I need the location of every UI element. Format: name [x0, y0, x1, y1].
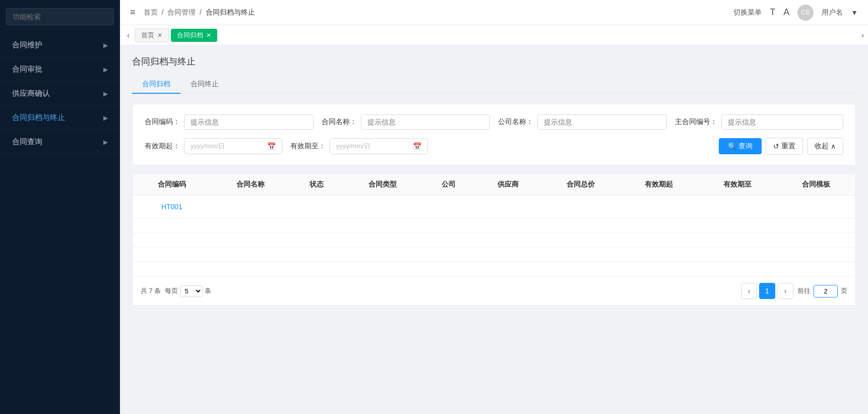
form-item-date-to: 有效期至： yyyy/mm/日 📅: [290, 138, 428, 154]
table-cell: [343, 248, 422, 262]
tab-home-label: 首页: [141, 31, 154, 40]
table-cell: [211, 262, 290, 277]
table-cell: [290, 248, 343, 262]
topbar-left: ≡ 首页 / 合同管理 / 合同归档与终止: [130, 7, 733, 18]
collapse-button[interactable]: 收起 ∧: [807, 138, 843, 155]
col-header-company: 公司: [422, 174, 475, 196]
date-to-placeholder: yyyy/mm/日: [336, 142, 370, 151]
table-row: HT001: [133, 196, 855, 218]
table-cell: [541, 248, 620, 262]
table-cell: [777, 233, 855, 248]
goto-label: 前往: [797, 286, 811, 295]
tab-active-close[interactable]: ✕: [206, 32, 211, 39]
sidebar-item-label: 合同归档与终止: [12, 113, 65, 123]
table-cell: [422, 262, 475, 277]
breadcrumb: 首页 / 合同管理 / 合同归档与终止: [144, 8, 255, 17]
language-icon[interactable]: A: [783, 7, 789, 18]
tab-home[interactable]: 首页 ✕: [135, 28, 169, 42]
per-page-selector: 每页 5 10 20 条: [165, 285, 211, 297]
input-main-contract[interactable]: [721, 114, 844, 130]
goto-input[interactable]: [814, 285, 838, 298]
sidebar-item-supplier-confirm[interactable]: 供应商确认 ▶: [0, 82, 120, 106]
tab-contract-archive[interactable]: 合同归档 ✕: [171, 29, 217, 42]
page-suffix: 页: [841, 286, 847, 295]
sidebar-item-contract-query[interactable]: 合同查询 ▶: [0, 130, 120, 154]
total-count: 共 7 条: [141, 286, 161, 295]
font-size-icon[interactable]: T: [770, 7, 775, 18]
table-cell: [133, 218, 211, 233]
table-cell: [422, 248, 475, 262]
table-cell: [211, 248, 290, 262]
breadcrumb-home[interactable]: 首页: [144, 8, 158, 16]
reset-button[interactable]: ↺ 重置: [766, 138, 803, 155]
sidebar-item-contract-approval[interactable]: 合同审批 ▶: [0, 57, 120, 82]
table-cell: [211, 196, 290, 218]
col-header-contract-name: 合同名称: [211, 174, 290, 196]
tab-active-label: 合同归档: [177, 31, 203, 40]
input-date-to[interactable]: yyyy/mm/日 📅: [330, 138, 428, 154]
user-dropdown-icon[interactable]: ▼: [851, 9, 858, 17]
sidebar-item-contract-maintain[interactable]: 合同维护 ▶: [0, 33, 120, 57]
avatar: CE: [797, 5, 814, 21]
table-cell: [133, 233, 211, 248]
topbar-right: 切换菜单 T A CE 用户名 ▼: [733, 5, 858, 21]
chevron-up-icon: ∧: [831, 142, 836, 150]
sidebar-item-contract-archive[interactable]: 合同归档与终止 ▶: [0, 106, 120, 130]
breadcrumb-sep2: /: [200, 8, 202, 16]
col-header-status: 状态: [290, 174, 343, 196]
search-input[interactable]: [6, 8, 114, 25]
breadcrumb-sep1: /: [161, 8, 163, 16]
tab-next-button[interactable]: ›: [861, 31, 864, 40]
table-cell[interactable]: HT001: [133, 196, 211, 218]
table-cell: [343, 218, 422, 233]
topbar: ≡ 首页 / 合同管理 / 合同归档与终止 切换菜单 T A CE 用户名 ▼: [120, 0, 868, 25]
table-cell: [290, 218, 343, 233]
search-form: 合同编码： 合同名称： 公司名称： 主合同编号：: [132, 104, 856, 165]
table-cell: [698, 196, 777, 218]
table-cell: [422, 218, 475, 233]
form-item-contract-name: 合同名称：: [322, 114, 490, 130]
input-company-name[interactable]: [537, 114, 667, 130]
input-contract-code[interactable]: [184, 114, 314, 130]
table-cell: [777, 218, 855, 233]
next-page-button[interactable]: ›: [777, 283, 793, 299]
sidebar-item-label: 合同查询: [12, 137, 42, 147]
label-contract-code: 合同编码：: [145, 117, 180, 127]
tab-home-close[interactable]: ✕: [157, 32, 162, 39]
switch-menu-button[interactable]: 切换菜单: [733, 8, 762, 17]
sub-tab-archive[interactable]: 合同归档: [132, 76, 180, 94]
label-main-contract: 主合同编号：: [675, 117, 717, 127]
table-cell: [620, 248, 699, 262]
table-cell: [698, 248, 777, 262]
data-table: 合同编码 合同名称 状态 合同类型 公司 供应商 合同总价 有效期起 有效期至 …: [133, 174, 855, 276]
col-header-contract-code: 合同编码: [133, 174, 211, 196]
table-cell: [475, 248, 541, 262]
label-contract-name: 合同名称：: [322, 117, 357, 127]
calendar-icon-to: 📅: [413, 142, 421, 150]
per-page-select[interactable]: 5 10 20: [180, 285, 203, 297]
col-header-template: 合同模板: [777, 174, 855, 196]
table-cell: [475, 262, 541, 277]
page-1-button[interactable]: 1: [759, 283, 775, 299]
breadcrumb-level1[interactable]: 合同管理: [167, 8, 196, 16]
table-cell: [343, 196, 422, 218]
input-contract-name[interactable]: [361, 114, 490, 130]
search-icon: 🔍: [728, 142, 736, 150]
sidebar-item-label: 合同维护: [12, 40, 42, 50]
form-item-contract-code: 合同编码：: [145, 114, 314, 130]
query-button[interactable]: 🔍 查询: [719, 138, 762, 154]
table-cell: [620, 196, 699, 218]
per-page-label: 每页: [165, 286, 178, 295]
sub-tab-terminate[interactable]: 合同终止: [180, 76, 229, 94]
table-cell: [422, 196, 475, 218]
data-table-wrapper: 合同编码 合同名称 状态 合同类型 公司 供应商 合同总价 有效期起 有效期至 …: [132, 173, 856, 306]
prev-page-button[interactable]: ‹: [741, 283, 757, 299]
input-date-from[interactable]: yyyy/mm/日 📅: [184, 138, 282, 154]
tab-prev-button[interactable]: ‹: [124, 29, 133, 42]
menu-icon[interactable]: ≡: [130, 7, 136, 18]
contract-code-link[interactable]: HT001: [161, 203, 182, 211]
content-area: 合同归档与终止 合同归档 合同终止 合同编码： 合同名称： 公司名称：: [120, 45, 868, 414]
col-header-total-price: 合同总价: [541, 174, 620, 196]
username-label[interactable]: 用户名: [822, 8, 843, 17]
table-cell: [698, 218, 777, 233]
